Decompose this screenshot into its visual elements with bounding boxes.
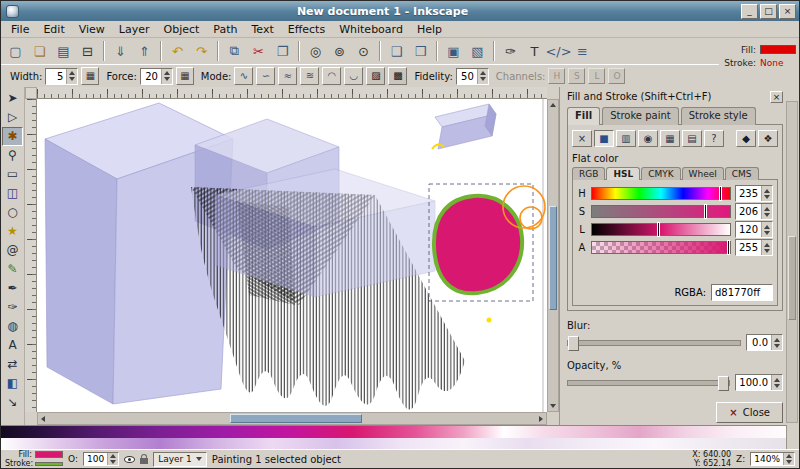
tab-stroke-style[interactable]: Stroke style (681, 107, 756, 125)
paint-flat-button[interactable]: ■ (594, 130, 614, 147)
ellipse-tool-button[interactable]: ○ (2, 203, 23, 222)
zoom-spin-arrows[interactable] (783, 453, 794, 465)
xml-editor-button[interactable]: </> (547, 40, 570, 63)
fill-rule-nonzero-button[interactable]: ◆ (736, 130, 756, 147)
panel-header[interactable]: Fill and Stroke (Shift+Ctrl+F) × (567, 89, 783, 104)
tab-hsl[interactable]: HSL (606, 167, 640, 180)
align-dialog-button[interactable]: ≡ (571, 40, 594, 63)
connector-tool-button[interactable]: ⇄ (2, 355, 23, 374)
spin-down-icon[interactable] (69, 77, 75, 81)
menu-path[interactable]: Path (206, 22, 244, 37)
object-opacity-spinbox[interactable]: 100 (83, 452, 119, 466)
saturation-spin-arrows[interactable] (761, 204, 772, 219)
menu-help[interactable]: Help (410, 22, 449, 37)
lightness-spin-arrows[interactable] (761, 222, 772, 237)
undo-button[interactable]: ↶ (166, 40, 189, 63)
canvas[interactable] (37, 99, 547, 412)
blur-slider-thumb[interactable] (568, 336, 579, 351)
alpha-spin-arrows[interactable] (761, 240, 772, 255)
tweak-mode-roughen-button[interactable]: ≋ (300, 67, 319, 85)
channel-s-toggle[interactable]: S (568, 68, 585, 84)
tweak-mode-jitter-color-button[interactable]: ◡ (344, 67, 363, 85)
box3d-tool-button[interactable]: ◫ (2, 184, 23, 203)
spin-up-icon[interactable] (480, 71, 486, 75)
maximize-button[interactable]: □ (760, 4, 777, 19)
titlebar[interactable]: New document 1 - Inkscape _ □ × (1, 1, 799, 21)
menu-whiteboard[interactable]: Whiteboard (332, 22, 410, 37)
fill-rule-evenodd-button[interactable]: ❖ (758, 130, 778, 147)
layer-lock-icon[interactable] (140, 458, 148, 464)
create-clone-button[interactable]: ❒ (409, 40, 432, 63)
fill-stroke-dialog-button[interactable]: ✑ (499, 40, 522, 63)
layer-visibility-icon[interactable] (124, 456, 135, 463)
alpha-slider-marker[interactable] (727, 240, 730, 255)
box3d-small[interactable] (435, 104, 496, 149)
spin-up-icon[interactable] (69, 71, 75, 75)
paint-unknown-button[interactable]: ? (704, 130, 724, 147)
width-spinbox[interactable]: 5 (45, 68, 78, 85)
import-button[interactable]: ⇓ (109, 40, 132, 63)
text-tool-button[interactable]: A (2, 336, 23, 355)
panel-scroll-thumb[interactable] (788, 236, 796, 319)
menu-file[interactable]: File (4, 22, 36, 37)
saturation-slider[interactable] (591, 205, 731, 218)
scroll-down-icon[interactable] (548, 401, 558, 411)
hue-slider[interactable] (591, 187, 731, 200)
saturation-spinbox[interactable]: 206 (735, 203, 773, 220)
menu-layer[interactable]: Layer (112, 22, 157, 37)
export-button[interactable]: ⇑ (133, 40, 156, 63)
tab-rgb[interactable]: RGB (572, 167, 605, 180)
vertical-scrollbar[interactable] (547, 99, 559, 412)
opacity-slider[interactable] (567, 380, 730, 386)
save-document-button[interactable]: ▤ (52, 40, 75, 63)
ungroup-button[interactable]: ▧ (466, 40, 489, 63)
text-dialog-button[interactable]: T (523, 40, 546, 63)
status-stroke-swatch[interactable] (35, 462, 63, 466)
tab-stroke-paint[interactable]: Stroke paint (602, 107, 679, 125)
paint-bucket-tool-button[interactable]: ◍ (2, 317, 23, 336)
panel-scrollbar[interactable] (786, 101, 798, 423)
opacity-spin-arrows[interactable] (771, 375, 782, 390)
duplicate-button[interactable]: ❑ (385, 40, 408, 63)
minimize-button[interactable]: _ (741, 4, 758, 19)
menu-view[interactable]: View (72, 22, 112, 37)
indicator-stroke-value[interactable]: None (760, 58, 796, 68)
print-document-button[interactable]: ⊟ (76, 40, 99, 63)
spin-down-icon[interactable] (480, 77, 486, 81)
width-pressure-toggle[interactable]: ▦ (81, 67, 99, 85)
calligraphy-tool-button[interactable]: ✑ (2, 298, 23, 317)
selector-tool-button[interactable]: ➤ (2, 89, 23, 108)
tab-fill[interactable]: Fill (567, 107, 600, 125)
fidelity-spin-arrows[interactable] (477, 69, 488, 84)
node-tool-button[interactable]: ▷ (2, 108, 23, 127)
force-spinbox[interactable]: 20 (140, 68, 173, 85)
alpha-spinbox[interactable]: 255 (735, 239, 773, 256)
open-document-button[interactable]: ❏ (28, 40, 51, 63)
style-indicator[interactable]: Fill: Stroke: (5, 451, 63, 468)
menu-object[interactable]: Object (157, 22, 207, 37)
yellow-dot[interactable] (487, 318, 492, 323)
scroll-right-icon[interactable] (536, 413, 546, 424)
tweak-mode-paint-color-button[interactable]: ◠ (322, 67, 341, 85)
indicator-fill-swatch[interactable] (760, 45, 796, 54)
selected-blob[interactable] (434, 196, 522, 293)
layer-selector[interactable]: Layer 1 (153, 452, 207, 467)
hue-spin-arrows[interactable] (761, 186, 772, 201)
rgba-entry[interactable]: d81770ff (711, 284, 773, 301)
zoom-to-drawing-button[interactable]: ⊚ (328, 40, 351, 63)
zoom-tool-button[interactable]: ⚲ (2, 146, 23, 165)
saturation-slider-marker[interactable] (704, 204, 707, 219)
copy-button[interactable]: ⧉ (223, 40, 246, 63)
rect-tool-button[interactable]: ▭ (2, 165, 23, 184)
spin-down-icon[interactable] (164, 77, 170, 81)
channel-h-toggle[interactable]: H (548, 68, 565, 84)
star-tool-button[interactable]: ★ (2, 222, 23, 241)
channel-l-toggle[interactable]: L (588, 68, 605, 84)
horizontal-scroll-thumb[interactable] (230, 414, 362, 423)
pen-tool-button[interactable]: ✒ (2, 279, 23, 298)
opacity-slider-thumb[interactable] (718, 376, 729, 391)
force-spin-arrows[interactable] (161, 69, 172, 84)
tweak-mode-push-button[interactable]: ∿ (234, 67, 253, 85)
lightness-slider-marker[interactable] (657, 222, 660, 237)
palette-scroll-button[interactable] (786, 425, 799, 451)
